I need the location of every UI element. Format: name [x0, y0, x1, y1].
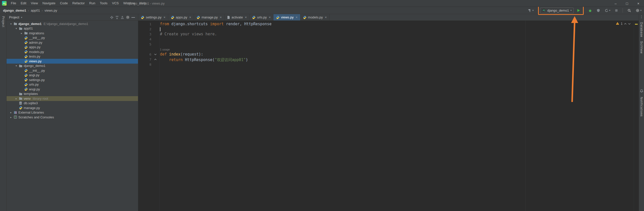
- warning-stripe-mark[interactable]: [635, 24, 638, 25]
- chevron-down-icon[interactable]: ▾: [21, 16, 22, 19]
- tab-options-icon[interactable]: ⋮: [640, 15, 643, 19]
- code-line-1[interactable]: 1from django.shortcuts import render, Ht…: [138, 21, 634, 27]
- expand-all-icon[interactable]: [115, 16, 119, 19]
- expand-arrow-icon[interactable]: ▸: [14, 97, 18, 100]
- expand-arrow-icon[interactable]: ▾: [9, 22, 13, 25]
- close-icon[interactable]: ×: [245, 15, 247, 19]
- prev-warning-chevron-up-icon[interactable]: [624, 22, 627, 25]
- close-icon[interactable]: ×: [220, 15, 222, 19]
- tree-item-app01[interactable]: ▾app01: [7, 26, 138, 31]
- build-hammer-icon[interactable]: ▾: [528, 9, 534, 12]
- tree-item-settings-py[interactable]: settings.py: [7, 77, 138, 82]
- hide-panel-icon[interactable]: [131, 17, 135, 18]
- menu-item-run[interactable]: Run: [87, 0, 98, 7]
- close-icon[interactable]: ×: [189, 15, 191, 19]
- tab-label: urls.py: [257, 15, 267, 19]
- tab-urls-py[interactable]: urls.py×: [249, 14, 273, 20]
- tree-item-init-py[interactable]: __init__.py: [7, 36, 138, 40]
- profiler-icon[interactable]: ▾: [605, 9, 610, 12]
- tool-window-button-database[interactable]: Database: [640, 22, 643, 37]
- expand-arrow-icon[interactable]: ▾: [14, 64, 18, 67]
- tree-item-scratches-and-consoles[interactable]: ▸Scratches and Consoles: [7, 115, 138, 120]
- tab-models-py[interactable]: models.py×: [300, 14, 330, 20]
- tool-window-button-project[interactable]: Project: [2, 16, 5, 27]
- search-everywhere-icon[interactable]: [627, 9, 631, 12]
- breadcrumb-item-app01[interactable]: app01: [31, 9, 40, 12]
- collapse-all-icon[interactable]: [121, 16, 124, 19]
- tree-item-urls-py[interactable]: urls.py: [7, 82, 138, 87]
- tab-activate[interactable]: activate×: [225, 14, 249, 20]
- code-line-4[interactable]: 4: [138, 37, 634, 42]
- menu-item-tools[interactable]: Tools: [98, 0, 110, 7]
- tree-item-wsgi-py[interactable]: wsgi.py: [7, 87, 138, 92]
- tool-window-button-sciview[interactable]: SciView: [640, 41, 643, 54]
- run-icon[interactable]: [577, 9, 580, 12]
- code-line-7[interactable]: 7 return HttpResponse("欢迎访问app01"): [138, 57, 634, 62]
- close-icon[interactable]: ×: [296, 15, 298, 19]
- fold-marker-icon[interactable]: [153, 59, 158, 60]
- editor-scrollbar[interactable]: [634, 21, 639, 211]
- tab-apps-py[interactable]: apps.py×: [168, 14, 194, 20]
- tree-item-venv[interactable]: ▸venvlibrary root: [7, 96, 138, 101]
- menu-item-refactor[interactable]: Refactor: [70, 0, 87, 7]
- menu-item-view[interactable]: View: [29, 0, 40, 7]
- fold-marker-icon[interactable]: [153, 54, 158, 55]
- close-icon[interactable]: ×: [163, 15, 165, 19]
- tree-item-django-demo1[interactable]: ▾django_demo1E:\django_data\django_demo1: [7, 21, 138, 26]
- code-line-5[interactable]: 5: [138, 42, 634, 47]
- code-line-6[interactable]: 6def index(request):: [138, 52, 634, 57]
- close-icon[interactable]: ×: [269, 15, 271, 19]
- tree-item-models-py[interactable]: models.py: [7, 49, 138, 54]
- maximize-button[interactable]: □: [621, 0, 633, 7]
- code-text: from django.shortcuts import render, Htt…: [158, 22, 272, 26]
- project-panel-title[interactable]: Project: [9, 15, 19, 19]
- menu-item-vcs[interactable]: VCS: [110, 0, 121, 7]
- expand-arrow-icon[interactable]: ▸: [20, 32, 23, 35]
- tree-item-templates[interactable]: templates: [7, 92, 138, 96]
- tab-settings-py[interactable]: settings.py×: [138, 14, 168, 20]
- expand-arrow-icon[interactable]: ▸: [9, 111, 13, 114]
- tree-item-migrations[interactable]: ▸migrations: [7, 31, 138, 36]
- tree-item-external-libraries[interactable]: ▸External Libraries: [7, 110, 138, 115]
- tree-item-django-demo1[interactable]: ▾django_demo1: [7, 64, 138, 68]
- tree-item-tests-py[interactable]: tests.py: [7, 54, 138, 59]
- expand-arrow-icon[interactable]: ▸: [9, 116, 13, 119]
- close-icon[interactable]: ×: [325, 15, 327, 19]
- locate-icon[interactable]: [110, 16, 114, 19]
- code-line-2[interactable]: 2: [138, 27, 634, 32]
- next-warning-chevron-down-icon[interactable]: [628, 22, 631, 25]
- tab-views-py[interactable]: views.py×: [273, 14, 300, 20]
- tree-item-admin-py[interactable]: admin.py: [7, 40, 138, 45]
- debug-icon[interactable]: [588, 9, 592, 12]
- tree-item-views-py[interactable]: views.py: [7, 59, 138, 64]
- menu-item-navigate[interactable]: Navigate: [40, 0, 58, 7]
- tree-item-db-sqlite3[interactable]: db.sqlite3: [7, 101, 138, 106]
- code-line-3[interactable]: 3# Create your views here.: [138, 32, 634, 37]
- code-editor[interactable]: 1from django.shortcuts import render, Ht…: [138, 21, 634, 211]
- warning-count[interactable]: 1: [621, 22, 623, 25]
- breadcrumb-item-views-py[interactable]: views.py: [45, 9, 57, 12]
- chevron-down-icon: ▾: [609, 9, 610, 12]
- tool-window-button-notifications[interactable]: Notifications: [640, 97, 643, 117]
- coverage-icon[interactable]: [597, 9, 600, 12]
- code-line-hint[interactable]: 1 usage: [138, 47, 634, 52]
- menu-item-code[interactable]: Code: [58, 0, 70, 7]
- tab-manage-py[interactable]: manage.py×: [194, 14, 225, 20]
- inspection-widget[interactable]: 1: [616, 22, 631, 26]
- tree-item-apps-py[interactable]: apps.py: [7, 45, 138, 50]
- line-number: 2: [138, 27, 153, 31]
- panel-settings-gear-icon[interactable]: [126, 15, 130, 19]
- tree-item-manage-py[interactable]: manage.py: [7, 106, 138, 110]
- run-config-selector[interactable]: dj django_demo1 ▾: [540, 8, 574, 13]
- tree-item-init-py[interactable]: __init__.py: [7, 68, 138, 73]
- settings-gear-icon[interactable]: ▾: [636, 9, 641, 12]
- breadcrumb-item-django-demo1[interactable]: django_demo1: [3, 9, 26, 12]
- close-button[interactable]: ×: [633, 0, 644, 7]
- expand-arrow-icon[interactable]: ▾: [14, 27, 18, 30]
- minimize-button[interactable]: –: [610, 0, 621, 7]
- code-line-8[interactable]: 8: [138, 62, 634, 67]
- tree-item-asgi-py[interactable]: asgi.py: [7, 73, 138, 78]
- menu-item-file[interactable]: File: [9, 0, 18, 7]
- menu-item-edit[interactable]: Edit: [18, 0, 29, 7]
- libraries-icon: [13, 111, 18, 114]
